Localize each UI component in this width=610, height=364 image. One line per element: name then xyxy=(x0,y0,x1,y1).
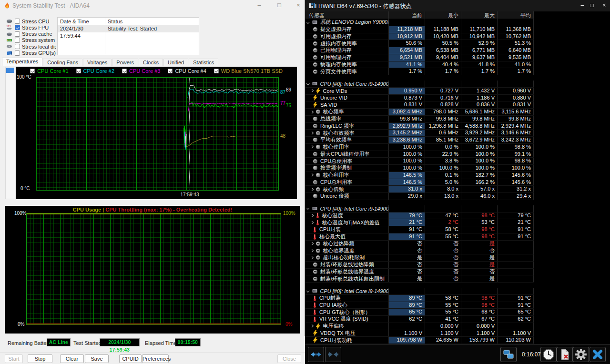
tab-unified[interactable]: Unified xyxy=(163,59,188,66)
checkbox[interactable] xyxy=(15,44,20,49)
stress-option-stress-fpu[interactable]: 123Stress FPU xyxy=(6,24,49,30)
sensor-row[interactable]: 核心频率3,092.4 MHz798.0 MHz5,686.1 MHz3,115… xyxy=(305,109,534,116)
chevron-right-icon[interactable] xyxy=(310,131,313,134)
sensor-row[interactable]: CPU封装89 °C58 °C98 °C91 °C xyxy=(305,295,534,302)
sensor-row[interactable]: 虚拟内存使用率50.6 %50.5 %52.9 %51.3 % xyxy=(305,40,534,47)
chevron-right-icon[interactable] xyxy=(310,214,313,217)
column-header-3[interactable]: 最大 xyxy=(461,11,498,19)
tab-clocks[interactable]: Clocks xyxy=(139,59,163,66)
sensor-row[interactable]: CPU总使用率100.0 %3.8 %100.0 %98.8 % xyxy=(305,158,534,165)
sensor-row[interactable]: 封装/环形总线功耗超出限制是否是 xyxy=(305,275,534,283)
save-button[interactable]: Save xyxy=(85,354,109,363)
chevron-right-icon[interactable] xyxy=(310,324,313,327)
stress-option-stress-system-memory[interactable]: Stress system memory xyxy=(6,37,56,43)
sensor-row[interactable]: 核心温度与TjMAX的差值21 °C2 °C53 °C21 °C xyxy=(305,219,534,226)
section-header[interactable]: CPU [#0]: Intel Core i9-14900HX: DTS xyxy=(305,205,534,212)
checkbox[interactable] xyxy=(15,25,20,30)
sensor-row[interactable]: 核心倍频31.0 x8.0 x57.0 x31.2 x xyxy=(305,186,534,193)
sensor-row[interactable]: Uncore VID0.873 V0.716 V1.186 V0.880 V xyxy=(305,95,534,102)
close-icon[interactable]: × xyxy=(595,0,610,11)
chevron-down-icon[interactable] xyxy=(306,82,309,85)
sensor-row[interactable]: 物理内存使用率41.1 %40.4 %41.8 %41.0 % xyxy=(305,61,534,69)
clock-button[interactable] xyxy=(540,347,557,362)
collapse-columns-button[interactable] xyxy=(325,347,341,362)
legend-checkbox[interactable] xyxy=(76,69,81,73)
tab-cooling-fans[interactable]: Cooling Fans xyxy=(43,59,82,66)
section-header[interactable]: CPU [#0]: Intel Core i9-14900HX: Enhance… xyxy=(305,288,534,295)
sensor-row[interactable]: 核心过热降频否否是 xyxy=(305,241,534,248)
reset-log-button[interactable] xyxy=(557,347,573,362)
chevron-down-icon[interactable] xyxy=(306,289,309,292)
sensor-row[interactable]: CPU封装91 °C58 °C98 °C91 °C xyxy=(305,226,534,233)
sensor-row[interactable]: Core VIDs0.950 V0.727 V1.432 V0.960 V xyxy=(305,88,534,95)
sensor-row[interactable]: 最大CPU/线程使用率100.0 %22.9 %100.0 %99.1 % xyxy=(305,151,534,158)
sensor-row[interactable]: VDDQ TX 电压1.100 V1.100 V1.100 V1.100 V xyxy=(305,330,534,337)
maximize-icon[interactable]: □ xyxy=(270,0,289,11)
stress-option-stress-local-disks[interactable]: Stress local disks xyxy=(6,43,56,50)
sensor-row[interactable]: Ring/LLC 频率2,892.9 MHz1,296.8 MHz4,588.8… xyxy=(305,123,534,130)
sensor-row[interactable]: 可用物理内存9,521 MB9,404 MB9,637 MB9,535 MB xyxy=(305,54,534,61)
preferences-button[interactable]: Preferences xyxy=(142,354,169,363)
sensor-row[interactable]: VR VCC 温度 (SVID)62 °C41 °C67 °C62 °C xyxy=(305,316,534,323)
sensor-row[interactable]: 核心利用率146.5 %0.1 %182.7 %145.6 % xyxy=(305,172,534,179)
close-sensors-button[interactable] xyxy=(590,347,606,362)
sensor-row[interactable]: 已用物理内存6,654 MB6,538 MB6,771 MB6,640 MB xyxy=(305,47,534,54)
chevron-right-icon[interactable] xyxy=(310,89,313,92)
sensor-row[interactable]: 核心使用率100.0 %0.0 %100.0 %98.8 % xyxy=(305,144,534,151)
log-row[interactable]: 2024/1/30 17:59:44Stability Test: Starte… xyxy=(58,25,199,32)
legend-checkbox[interactable] xyxy=(30,69,35,73)
tab-statistics[interactable]: Statistics xyxy=(189,59,218,66)
column-header-1[interactable]: 当前 xyxy=(389,11,425,19)
sensor-row[interactable]: 核心最大值91 °C55 °C98 °C91 °C xyxy=(305,233,534,241)
sensor-row[interactable]: SA VID0.831 V0.828 V0.836 V0.831 V xyxy=(305,101,534,109)
legend-checkbox[interactable] xyxy=(122,69,127,73)
tab-voltages[interactable]: Voltages xyxy=(83,59,112,66)
legend-checkbox[interactable] xyxy=(168,69,173,73)
sensor-row[interactable]: 超出核心功耗限制是否是 xyxy=(305,254,534,262)
sensor-row[interactable]: 电压偏移0.000 V0.000 V xyxy=(305,323,534,330)
chevron-down-icon[interactable] xyxy=(306,206,309,209)
remote-sensor-button[interactable] xyxy=(500,347,517,362)
chevron-right-icon[interactable] xyxy=(310,111,313,113)
column-header-4[interactable]: 平均 xyxy=(498,11,534,19)
legend-checkbox[interactable] xyxy=(214,69,219,73)
clear-button[interactable]: Clear xyxy=(60,354,84,363)
stop-button[interactable]: Stop xyxy=(28,354,52,363)
sensor-row[interactable]: CPU封装功耗109.798 W24.635 W153.799 W110.203… xyxy=(305,337,534,344)
chevron-right-icon[interactable] xyxy=(310,221,313,224)
stress-option-stress-cache[interactable]: Stress cache xyxy=(6,31,52,37)
sensor-row[interactable]: 平均有效频率3,238.6 MHz85.1 MHz3,672.9 MHz3,24… xyxy=(305,137,534,144)
sensor-row[interactable]: 分页文件使用率1.7 %1.7 %1.7 %1.7 % xyxy=(305,68,534,75)
sensor-row[interactable]: Uncore 倍频29.0 x13.0 x46.0 x29.4 x xyxy=(305,193,534,200)
chevron-right-icon[interactable] xyxy=(310,256,313,259)
checkbox[interactable] xyxy=(15,31,20,37)
settings-button[interactable] xyxy=(573,347,589,362)
chevron-right-icon[interactable] xyxy=(310,242,313,245)
sensor-row[interactable]: CPU IA核心89 °C55 °C98 °C91 °C xyxy=(305,302,534,309)
sensor-row[interactable]: 封装/环形总线临界温度否否否 xyxy=(305,269,534,276)
chevron-right-icon[interactable] xyxy=(310,145,313,148)
stress-option-stress-gpu-s-[interactable]: Stress GPU(s) xyxy=(6,50,56,56)
sensor-row[interactable]: 核心临界温度否否否 xyxy=(305,247,534,254)
minimize-icon[interactable]: – xyxy=(250,0,269,11)
section-header[interactable]: CPU [#0]: Intel Core i9-14900HX xyxy=(305,81,534,88)
sensor-row[interactable]: 总线频率99.8 MHz99.8 MHz99.8 MHz99.8 MHz xyxy=(305,116,534,123)
tab-temperatures[interactable]: Temperatures xyxy=(2,58,42,66)
sensor-row[interactable]: 封装/环形总线过热降频否否是 xyxy=(305,262,534,269)
graph-scrollbar[interactable] xyxy=(5,67,15,199)
scrollbar-thumb[interactable] xyxy=(6,68,14,73)
sensor-row[interactable]: 提交虚拟内存11,218 MB11,188 MB11,710 MB11,368 … xyxy=(305,26,534,33)
column-header-0[interactable]: 传感器 xyxy=(305,11,389,19)
sensor-row[interactable]: 可用虚拟内存10,912 MB10,420 MB10,942 MB10,762 … xyxy=(305,33,534,40)
column-header-2[interactable]: 最小 xyxy=(425,11,461,19)
checkbox[interactable] xyxy=(15,51,20,56)
chevron-right-icon[interactable] xyxy=(310,173,313,176)
sensor-row[interactable]: 核心有效频率3,145.2 MHz0.6 MHz3,929.2 MHz3,146… xyxy=(305,130,534,137)
tab-powers[interactable]: Powers xyxy=(112,59,138,66)
sensor-row[interactable]: CPU总利用率146.5 %5.0 %166.2 %145.6 % xyxy=(305,179,534,186)
sensor-row[interactable]: 按需频率调制100.0 %100.0 %100.0 %100.0 % xyxy=(305,165,534,172)
expand-columns-button[interactable] xyxy=(308,347,324,362)
section-header[interactable]: 系统 LENOVO Legion Y9000P IRX9 xyxy=(305,19,534,26)
sensor-row[interactable]: 核心温度79 °C47 °C98 °C79 °C xyxy=(305,212,534,220)
chevron-right-icon[interactable] xyxy=(310,249,313,252)
